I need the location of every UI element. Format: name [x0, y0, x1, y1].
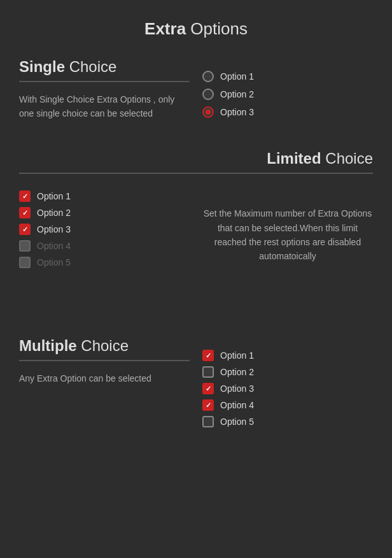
multiple-choice-section: Multiple Choice Any Extra Option can be … [0, 318, 392, 452]
radio-circle-3 [202, 106, 214, 118]
multi-checkbox-option-1[interactable]: Option 1 [202, 350, 373, 361]
multi-checkbox-label-4: Option 4 [220, 400, 254, 410]
checkbox-label-5: Option 5 [37, 257, 71, 268]
multiple-choice-left: Multiple Choice Any Extra Option can be … [19, 337, 190, 433]
checkbox-box-5 [19, 257, 31, 268]
radio-option-3[interactable]: Option 3 [202, 106, 373, 118]
checkbox-option-2[interactable]: Option 2 [19, 207, 190, 218]
multiple-choice-heading: Multiple Choice [19, 337, 190, 355]
single-choice-left: Single Choice With Single Choice Extra O… [19, 58, 190, 124]
multi-checkbox-option-2[interactable]: Option 2 [202, 366, 373, 378]
checkbox-option-3[interactable]: Option 3 [19, 224, 190, 235]
radio-circle-1 [202, 71, 214, 82]
checkbox-box-2 [19, 207, 31, 218]
multiple-choice-divider [19, 360, 190, 361]
checkbox-option-5: Option 5 [19, 257, 190, 268]
multi-checkbox-box-1 [202, 350, 214, 361]
multi-checkbox-option-4[interactable]: Option 4 [202, 399, 373, 411]
multi-checkbox-label-3: Option 3 [220, 383, 254, 394]
limited-choice-options: Option 1 Option 2 Option 3 Option 4 Opti… [19, 190, 190, 273]
single-choice-section: Single Choice With Single Choice Extra O… [0, 52, 392, 143]
checkbox-label-1: Option 1 [37, 191, 71, 201]
radio-option-1[interactable]: Option 1 [202, 71, 373, 82]
multi-checkbox-option-5[interactable]: Option 5 [202, 416, 373, 427]
multi-checkbox-label-5: Option 5 [220, 417, 254, 427]
multi-checkbox-option-3[interactable]: Option 3 [202, 383, 373, 394]
single-choice-options: Option 1 Option 2 Option 3 [202, 58, 373, 124]
single-choice-heading: Single Choice [19, 58, 190, 76]
radio-label-2: Option 2 [220, 89, 254, 99]
checkbox-label-4: Option 4 [37, 241, 71, 251]
multiple-choice-options: Option 1 Option 2 Option 3 Option 4 Opti… [202, 337, 373, 433]
limited-choice-right: Set the Maximum number of Extra Options … [202, 190, 373, 273]
checkbox-option-4: Option 4 [19, 240, 190, 252]
multiple-choice-description: Any Extra Option can be selected [19, 371, 190, 385]
multi-checkbox-box-3 [202, 383, 214, 394]
single-choice-description: With Single Choice Extra Options , only … [19, 92, 190, 121]
checkbox-label-3: Option 3 [37, 224, 71, 234]
radio-option-2[interactable]: Option 2 [202, 89, 373, 100]
multi-checkbox-label-1: Option 1 [220, 350, 254, 361]
limited-choice-divider [19, 173, 373, 174]
limited-choice-description: Set the Maximum number of Extra Options … [202, 200, 373, 264]
checkbox-option-1[interactable]: Option 1 [19, 190, 190, 202]
limited-choice-heading: Limited Choice [19, 150, 373, 168]
multi-checkbox-box-2 [202, 366, 214, 378]
checkbox-box-4 [19, 240, 31, 252]
multi-checkbox-label-2: Option 2 [220, 367, 254, 377]
single-choice-divider [19, 81, 190, 82]
radio-label-1: Option 1 [220, 71, 254, 82]
multi-checkbox-box-4 [202, 399, 214, 411]
multi-checkbox-box-5 [202, 416, 214, 427]
checkbox-label-2: Option 2 [37, 208, 71, 218]
radio-label-3: Option 3 [220, 107, 254, 117]
limited-choice-section: Option 1 Option 2 Option 3 Option 4 Opti… [0, 184, 392, 292]
checkbox-box-1 [19, 190, 31, 202]
checkbox-box-3 [19, 224, 31, 235]
radio-circle-2 [202, 89, 214, 100]
limited-heading-container: Limited Choice [0, 143, 392, 174]
page-title: Extra Options [0, 0, 392, 52]
